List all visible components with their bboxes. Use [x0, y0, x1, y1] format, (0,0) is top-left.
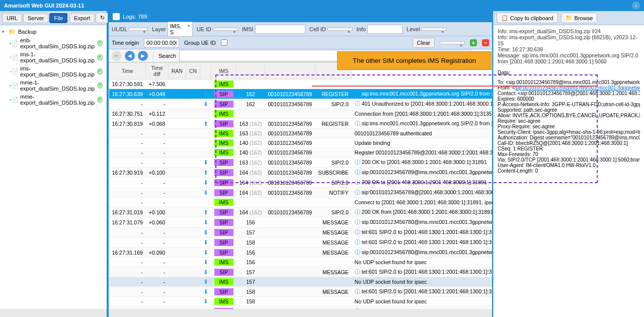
url-button[interactable]: URL — [2, 13, 22, 23]
table-row[interactable]: 16:27:31.019+0.100⬆SIP164 (162)001010123… — [109, 207, 493, 217]
table-row[interactable]: --⬇SIP162001010123456789SIP/2.0ⓘ401 Unau… — [109, 99, 493, 109]
data-line: To: <sip:001010123456789@ims.mnc001.mcc0… — [498, 80, 640, 85]
table-row[interactable]: --⬇SIP164 (162)001010123456789SIP/2.0ⓘ20… — [109, 178, 493, 188]
red-highlight-line — [312, 86, 598, 87]
table-row[interactable]: --IMS163 (162)00101012345678900101012345… — [109, 129, 493, 138]
column-header[interactable] — [236, 63, 265, 80]
tree-file-item[interactable]: 📄ims-export_dualSim_DSDS.log.zip — [8, 64, 107, 78]
info-icon[interactable]: ⓘ — [355, 159, 360, 165]
data-label: Data: — [498, 69, 640, 75]
download-arrow-icon: ⬇ — [203, 101, 208, 108]
info-icon[interactable]: ⓘ — [355, 219, 360, 225]
browse-button[interactable]: 📁Browse — [561, 13, 598, 23]
center-scrollbar[interactable] — [109, 309, 492, 317]
table-row[interactable]: --⬇SIP164 (162)001010123456789NOTIFYⓘsip… — [109, 188, 493, 198]
table-row[interactable]: --IMS140 (162)001010123456789Update bind… — [109, 138, 493, 148]
info-icon[interactable]: ⓘ — [355, 209, 360, 215]
table-row[interactable]: 16:27:30.591+7.506IMS — [109, 80, 493, 89]
file-button[interactable]: File — [49, 13, 67, 23]
clear-combo[interactable] — [440, 41, 465, 44]
tree-file-item[interactable]: 📄mme-export_dualSim_DSDS.log.zip — [8, 93, 107, 107]
column-header[interactable]: RAN — [168, 63, 186, 80]
data-line: Call-ID: bbecbRZ5Q@[2001:468:3000:1:2001… — [498, 140, 640, 146]
table-row[interactable]: 16:27:30.819+0.068⬆SIP163 (162)001010123… — [109, 119, 493, 129]
info-icon[interactable]: ⓘ — [355, 120, 360, 126]
add-icon[interactable]: + — [470, 39, 477, 46]
layer-badge: SIP — [214, 249, 233, 256]
table-row[interactable]: --⬇SIP163 (162)001010123456789SIP/2.0ⓘ20… — [109, 157, 493, 168]
ueid-combo[interactable] — [213, 28, 238, 31]
info-icon[interactable]: ⓘ — [355, 169, 360, 175]
info-line: Message: sip:ims.mnc001.mcc001.3gppnetwo… — [498, 52, 640, 64]
column-header[interactable] — [265, 63, 315, 80]
nav-prev-icon[interactable]: ◀ — [125, 51, 135, 61]
browse-icon: 📁 — [566, 15, 573, 21]
info-icon[interactable]: ⓘ — [355, 229, 360, 235]
info-input[interactable] — [367, 25, 403, 34]
nav-first-icon[interactable]: ⇤ — [112, 51, 122, 61]
download-arrow-icon: ⬇ — [203, 259, 208, 266]
column-header[interactable]: Time — [109, 63, 146, 80]
uldl-label: UL/DL — [112, 26, 127, 32]
info-icon[interactable]: ⓘ — [355, 269, 360, 275]
info-icon[interactable]: ⓘ — [355, 288, 360, 294]
info-icon[interactable]: ⓘ — [355, 91, 360, 97]
table-row[interactable]: --⬇SIP157MESSAGEⓘtel:601 SIP/2.0 to [200… — [109, 227, 493, 237]
log-table-container[interactable]: TimeTime diffRANCNIMS 16:27:30.591+7.506… — [109, 62, 492, 309]
table-row[interactable]: 16:27:31.169+0.090⬇SIP156MESSAGEⓘsip:001… — [109, 248, 493, 258]
table-row[interactable]: --⬇SIP158MESSAGEⓘtel:601 SIP/2.0 to [200… — [109, 237, 493, 248]
remove-icon[interactable]: − — [482, 39, 489, 46]
table-row[interactable]: 16:27:30.639+0.048⬆SIP162001010123456789… — [109, 89, 493, 99]
tree-file-item[interactable]: 📄mme-1-export_dualSim_DSDS.log.zip — [8, 78, 107, 93]
table-row[interactable]: --IMSConnect to [2001:468:3000:1:2001:46… — [109, 198, 493, 207]
layer-badge: IMS — [214, 130, 233, 137]
nav-next-icon[interactable]: ▶ — [138, 51, 148, 61]
cellid-combo[interactable] — [328, 28, 353, 31]
refresh-icon[interactable]: ↻ — [96, 13, 109, 23]
time-origin-input[interactable] — [144, 38, 179, 47]
export-button[interactable]: Export — [69, 13, 95, 23]
detail-panel: 📋Copy to clipboard 📁Browse Info: ims-exp… — [493, 11, 644, 317]
logs-tab[interactable]: Logs: 789 — [109, 11, 492, 22]
table-row[interactable]: --IMS140 (162)001010123456789Register 00… — [109, 148, 493, 157]
expand-icon[interactable]: ▾ — [2, 29, 8, 34]
data-line: Require: sec-agree — [498, 118, 640, 124]
tree-file-item[interactable]: 📄ims-1-export_dualSim_DSDS.log.zip — [8, 50, 107, 64]
column-header[interactable] — [200, 63, 211, 80]
table-row[interactable]: --⬇SIP157MESSAGEⓘtel:601 SIP/2.0 to [200… — [109, 267, 493, 277]
column-header[interactable]: IMS — [211, 63, 236, 80]
copy-button[interactable]: 📋Copy to clipboard — [497, 13, 558, 23]
table-row[interactable]: 16:27:30.919+0.100⬆SIP164 (162)001010123… — [109, 168, 493, 178]
uldl-combo[interactable] — [129, 28, 148, 31]
data-line: P-Access-Network-Info: 3GPP-E-UTRAN-FDD;… — [498, 102, 640, 107]
table-row[interactable]: --⬇IMS157No UDP socket found for ipsec — [109, 277, 493, 287]
tree-file-item[interactable]: 📄enb-export_dualSim_DSDS.log.zip — [8, 36, 107, 50]
table-row[interactable]: 16:27:30.751+0.112IMSConnection from [20… — [109, 109, 493, 119]
info-icon[interactable]: ⓘ — [355, 189, 360, 195]
sidebar-scrollbar[interactable] — [0, 309, 107, 317]
time-bar: Time origin Group UE ID Clear + − — [109, 36, 492, 49]
clear-button[interactable]: Clear — [413, 38, 435, 48]
tree-folder[interactable]: ▾ 📁 Backup — [0, 27, 107, 36]
info-icon[interactable]: ⓘ — [355, 101, 360, 107]
info-icon[interactable]: ⓘ — [355, 179, 360, 185]
data-line: Authorization: Digest username="00101012… — [498, 135, 640, 140]
column-header[interactable]: Time diff — [146, 63, 168, 80]
log-table: TimeTime diffRANCNIMS 16:27:30.591+7.506… — [109, 62, 492, 309]
collapse-icon[interactable]: ‹ — [632, 2, 640, 10]
groupue-checkbox[interactable] — [221, 39, 227, 46]
layer-badge: IMS — [214, 139, 233, 146]
server-button[interactable]: Server — [23, 13, 48, 23]
table-row[interactable]: --⬇SIP158MESSAGEⓘtel:601 SIP/2.0 to [200… — [109, 287, 493, 297]
check-icon — [97, 54, 103, 60]
column-header[interactable]: CN — [186, 63, 200, 80]
info-icon[interactable]: ⓘ — [355, 249, 360, 255]
data-line: Proxy-Require: sec-agree — [498, 124, 640, 129]
info-icon[interactable]: ⓘ — [355, 239, 360, 245]
table-row[interactable]: 16:27:31.079+0.060⬇SIP156MESSAGEⓘsip:001… — [109, 217, 493, 227]
level-combo[interactable] — [421, 28, 446, 31]
table-row[interactable]: --⬇IMS158No UDP socket found for ipsec — [109, 297, 493, 306]
layer-combo[interactable]: IMS, S — [168, 22, 193, 37]
imsi-input[interactable] — [255, 25, 305, 34]
table-row[interactable]: --⬇IMS156No UDP socket found for ipsec — [109, 258, 493, 267]
